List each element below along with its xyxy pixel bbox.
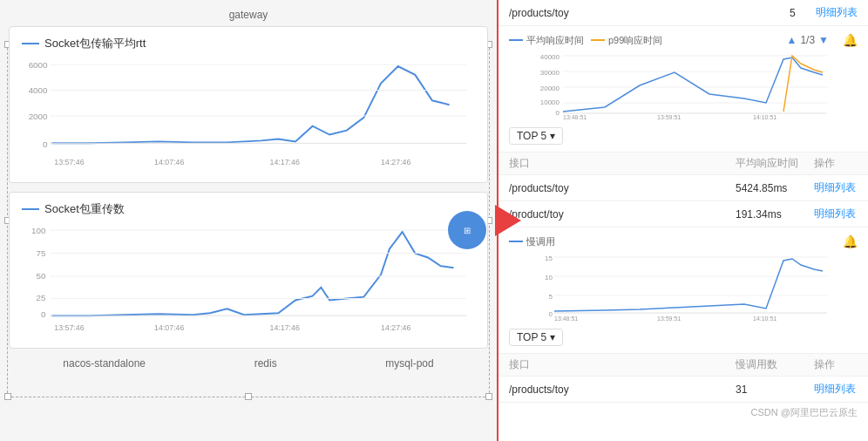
retrans-chart-svg: 100 75 50 25 0 13:57:46 14:07:46 14:17:4… [22, 222, 475, 336]
svg-text:13:48:51: 13:48:51 [554, 315, 578, 322]
response-top5-label: TOP 5 [517, 130, 546, 142]
rtt-line-indicator [22, 43, 39, 44]
response-table-header: 接口 平均响应时间 操作 [498, 153, 868, 175]
slow-header-col3: 操作 [814, 357, 858, 372]
svg-text:6000: 6000 [29, 60, 48, 70]
slow-legend: 慢调用 [509, 235, 555, 248]
slow-mini-chart: 15 10 5 0 13:48:51 13:59:51 14:10:51 [509, 252, 858, 322]
node-label-mysql: mysql-pod [385, 357, 433, 370]
svg-text:14:10:51: 14:10:51 [753, 315, 776, 322]
response-row0-link[interactable]: 明细列表 [814, 180, 858, 195]
response-top5-chevron: ▾ [550, 130, 555, 142]
svg-text:14:17:46: 14:17:46 [270, 158, 300, 166]
handle-bl[interactable] [4, 393, 11, 400]
rtt-chart-svg: 6000 4000 2000 0 13:57:46 14:07:46 14:17… [22, 57, 475, 170]
svg-text:13:59:51: 13:59:51 [657, 315, 681, 322]
svg-text:20000: 20000 [540, 85, 560, 92]
legend-avg-label: 平均响应时间 [526, 34, 584, 47]
slow-table-row-0: /products/toy 31 明细列表 [498, 377, 868, 403]
response-header-col2: 平均响应时间 [736, 156, 814, 171]
left-panel: gateway Socket包传输平均rtt 6000 4000 2000 0 … [0, 0, 497, 441]
slow-dropdown-row: TOP 5 ▾ [509, 329, 858, 346]
rtt-chart-container: Socket包传输平均rtt 6000 4000 2000 0 13:57:46… [9, 26, 488, 183]
arrow-right-icon [495, 205, 521, 236]
svg-text:30000: 30000 [540, 69, 560, 77]
svg-text:50: 50 [37, 271, 46, 281]
watermark: CSDN @阿里巴巴云原生 [498, 403, 868, 423]
svg-text:14:07:46: 14:07:46 [154, 323, 184, 332]
node-label-nacos: nacos-standalone [63, 357, 146, 370]
svg-text:0: 0 [556, 109, 560, 117]
slow-chart-bell[interactable]: 🔔 [843, 234, 858, 248]
svg-text:0: 0 [43, 139, 48, 149]
svg-text:13:48:51: 13:48:51 [563, 114, 587, 120]
response-top5-select[interactable]: TOP 5 ▾ [509, 127, 563, 145]
response-header-col1: 接口 [509, 156, 736, 171]
svg-text:10: 10 [545, 274, 553, 282]
response-row1-link[interactable]: 明细列表 [814, 207, 858, 221]
response-header-col3: 操作 [814, 156, 858, 171]
top-product-link[interactable]: 明细列表 [816, 5, 858, 20]
page-indicator: 1/3 [800, 34, 815, 46]
response-table-row-0: /products/toy 5424.85ms 明细列表 [498, 175, 868, 201]
node-labels: nacos-standalone redis mysql-pod [9, 357, 488, 370]
arrow-right-container [495, 205, 521, 236]
svg-text:15: 15 [545, 254, 553, 262]
slow-row0-link[interactable]: 明细列表 [814, 382, 858, 397]
svg-text:10000: 10000 [540, 98, 560, 106]
response-dropdown-row: TOP 5 ▾ [509, 127, 858, 145]
svg-text:75: 75 [37, 248, 46, 258]
rtt-chart-title: Socket包传输平均rtt [22, 36, 475, 51]
svg-text:13:57:46: 13:57:46 [54, 323, 84, 332]
svg-text:13:59:51: 13:59:51 [657, 114, 681, 120]
legend-p99: p99响应时间 [591, 34, 662, 47]
response-row0-path: /products/toy [509, 182, 736, 194]
svg-text:0: 0 [549, 310, 553, 318]
response-mini-chart: 40000 30000 20000 10000 0 13:48:51 13:59… [509, 51, 858, 120]
top5-floating-button[interactable]: ⊞ [448, 211, 486, 249]
response-row1-time: 191.34ms [736, 208, 814, 220]
top5-label: ⊞ [464, 226, 471, 235]
gateway-label: gateway [9, 9, 488, 21]
right-panel: /products/toy 5 明细列表 平均响应时间 p99响应时间 ▲ 1/… [497, 0, 868, 441]
prev-page-btn[interactable]: ▲ [787, 34, 797, 46]
legend-p99-line [591, 39, 605, 41]
svg-text:13:57:46: 13:57:46 [54, 158, 84, 166]
slow-top5-select[interactable]: TOP 5 ▾ [509, 329, 563, 346]
response-chart-bell[interactable]: 🔔 [843, 33, 858, 47]
svg-text:40000: 40000 [540, 53, 560, 61]
retrans-chart-container: Socket包重传数 100 75 50 25 0 13:57:46 14:07… [9, 192, 488, 349]
top-product-row: /products/toy 5 明细列表 [498, 0, 868, 26]
slow-top5-label: TOP 5 [517, 331, 546, 343]
svg-text:14:27:46: 14:27:46 [381, 323, 410, 332]
retrans-chart-title: Socket包重传数 [22, 201, 475, 217]
slow-legend-line [509, 241, 523, 242]
svg-text:14:17:46: 14:17:46 [270, 323, 300, 332]
response-row0-time: 5424.85ms [736, 182, 814, 194]
svg-text:14:10:51: 14:10:51 [753, 114, 776, 120]
svg-text:25: 25 [37, 293, 46, 302]
legend-avg: 平均响应时间 [509, 34, 584, 47]
slow-header-col2: 慢调用数 [736, 357, 814, 372]
svg-text:5: 5 [549, 293, 553, 301]
slow-row0-path: /products/toy [509, 383, 736, 396]
retrans-line-indicator [22, 208, 39, 210]
slow-table-header: 接口 慢调用数 操作 [498, 354, 868, 377]
svg-text:100: 100 [31, 226, 46, 235]
legend-avg-line [509, 39, 523, 41]
svg-text:4000: 4000 [29, 85, 48, 95]
svg-text:14:07:46: 14:07:46 [154, 158, 184, 166]
top-product-path: /products/toy [509, 7, 790, 19]
handle-br[interactable] [485, 393, 492, 400]
handle-bc[interactable] [245, 393, 252, 400]
response-row1-path: /product/toy [509, 208, 736, 220]
legend-p99-label: p99响应时间 [608, 34, 662, 47]
slow-row0-count: 31 [736, 383, 814, 396]
svg-text:14:27:46: 14:27:46 [381, 158, 410, 166]
slow-top5-chevron: ▾ [550, 331, 555, 343]
top-product-count: 5 [790, 7, 816, 19]
slow-legend-label: 慢调用 [526, 235, 555, 248]
response-table-row-1: /product/toy 191.34ms 明细列表 [498, 201, 868, 227]
next-page-btn[interactable]: ▼ [818, 34, 829, 46]
node-label-redis: redis [254, 357, 277, 370]
